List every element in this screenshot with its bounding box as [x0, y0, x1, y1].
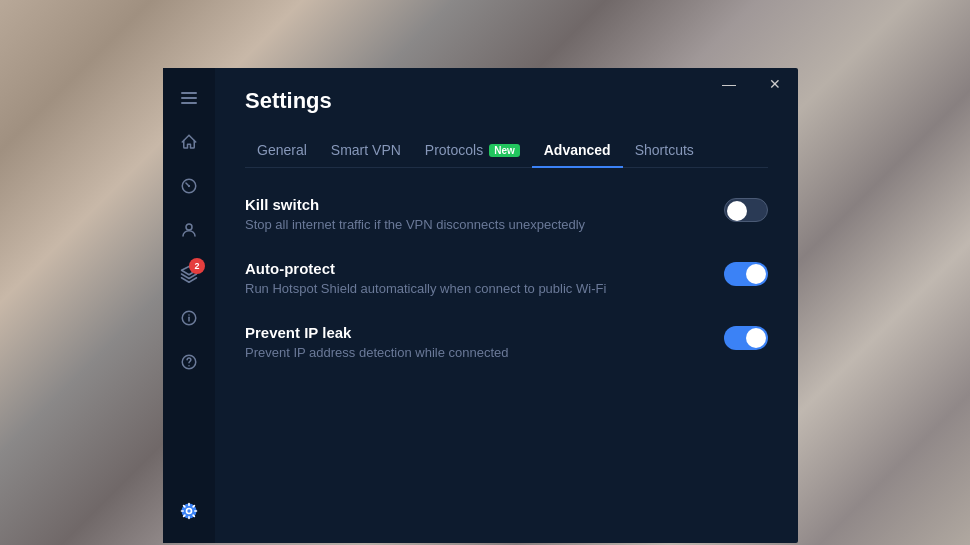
- settings-icon: [179, 501, 199, 521]
- kill-switch-track: [724, 198, 768, 222]
- help-icon: [180, 353, 198, 371]
- prevent-ip-leak-track: [724, 326, 768, 350]
- tab-advanced[interactable]: Advanced: [532, 134, 623, 168]
- svg-point-1: [188, 185, 190, 187]
- app-window: — ✕: [163, 68, 798, 543]
- tab-general[interactable]: General: [245, 134, 319, 168]
- settings-list: Kill switch Stop all internet traffic if…: [245, 196, 768, 388]
- new-badge: New: [489, 144, 520, 157]
- tab-protocols[interactable]: Protocols New: [413, 134, 532, 168]
- auto-protect-thumb: [746, 264, 766, 284]
- kill-switch-desc: Stop all internet traffic if the VPN dis…: [245, 217, 724, 232]
- kill-switch-row: Kill switch Stop all internet traffic if…: [245, 196, 768, 232]
- speed-icon: [180, 177, 198, 195]
- svg-point-4: [188, 314, 190, 316]
- prevent-ip-leak-title: Prevent IP leak: [245, 324, 724, 341]
- prevent-ip-leak-toggle[interactable]: [724, 326, 768, 350]
- sidebar-item-help[interactable]: [169, 342, 209, 382]
- prevent-ip-leak-row: Prevent IP leak Prevent IP address detec…: [245, 324, 768, 360]
- layers-badge: 2: [189, 258, 205, 274]
- close-button[interactable]: ✕: [752, 68, 798, 100]
- kill-switch-thumb: [727, 201, 747, 221]
- kill-switch-toggle[interactable]: [724, 198, 768, 222]
- sidebar-item-settings[interactable]: [169, 491, 209, 531]
- sidebar-item-speed[interactable]: [169, 166, 209, 206]
- main-content: Settings General Smart VPN Protocols New…: [215, 68, 798, 543]
- prevent-ip-leak-info: Prevent IP leak Prevent IP address detec…: [245, 324, 724, 360]
- prevent-ip-leak-desc: Prevent IP address detection while conne…: [245, 345, 724, 360]
- page-title: Settings: [245, 88, 768, 114]
- sidebar-item-layers[interactable]: 2: [169, 254, 209, 294]
- sidebar-item-info[interactable]: [169, 298, 209, 338]
- kill-switch-title: Kill switch: [245, 196, 724, 213]
- titlebar: — ✕: [706, 68, 798, 100]
- prevent-ip-leak-thumb: [746, 328, 766, 348]
- home-icon: [180, 133, 198, 151]
- kill-switch-info: Kill switch Stop all internet traffic if…: [245, 196, 724, 232]
- auto-protect-info: Auto-protect Run Hotspot Shield automati…: [245, 260, 724, 296]
- auto-protect-toggle[interactable]: [724, 262, 768, 286]
- svg-point-6: [188, 365, 190, 367]
- auto-protect-desc: Run Hotspot Shield automatically when co…: [245, 281, 724, 296]
- tab-shortcuts[interactable]: Shortcuts: [623, 134, 706, 168]
- info-icon: [180, 309, 198, 327]
- tab-smart-vpn[interactable]: Smart VPN: [319, 134, 413, 168]
- sidebar-item-menu[interactable]: [169, 78, 209, 118]
- tabs-bar: General Smart VPN Protocols New Advanced…: [245, 134, 768, 168]
- auto-protect-row: Auto-protect Run Hotspot Shield automati…: [245, 260, 768, 296]
- auto-protect-title: Auto-protect: [245, 260, 724, 277]
- auto-protect-track: [724, 262, 768, 286]
- user-icon: [180, 221, 198, 239]
- hamburger-icon: [181, 92, 197, 104]
- sidebar-item-user[interactable]: [169, 210, 209, 250]
- svg-point-2: [186, 224, 192, 230]
- minimize-button[interactable]: —: [706, 68, 752, 100]
- sidebar-item-home[interactable]: [169, 122, 209, 162]
- sidebar: 2: [163, 68, 215, 543]
